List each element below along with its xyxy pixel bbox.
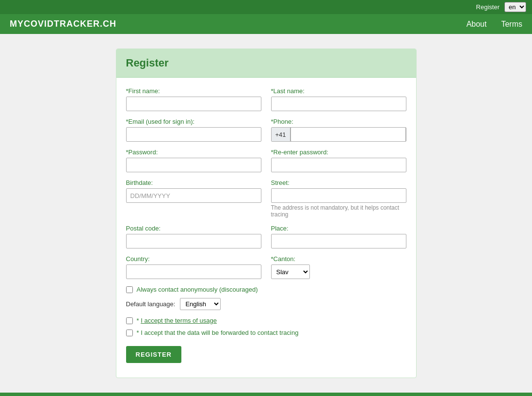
main-content: Register *First name: *Last name: *Email… bbox=[0, 34, 532, 393]
data-forward-label: * I accept that the data will be forward… bbox=[137, 329, 299, 336]
street-label: Street: bbox=[271, 179, 406, 186]
top-register-link[interactable]: Register bbox=[476, 3, 500, 11]
postal-code-group: Postal code: bbox=[126, 225, 261, 248]
birthdate-input[interactable] bbox=[126, 188, 261, 203]
password-row: *Password: *Re-enter password: bbox=[126, 148, 406, 172]
data-forward-checkbox[interactable] bbox=[126, 330, 133, 336]
email-label: *Email (used for sign in): bbox=[126, 118, 261, 125]
place-group: Place: bbox=[271, 225, 406, 248]
email-input[interactable] bbox=[126, 127, 261, 142]
nav-links: About Terms bbox=[467, 20, 522, 29]
top-bar: Register en de fr it bbox=[0, 0, 532, 14]
birthdate-group: Birthdate: bbox=[126, 179, 261, 218]
first-name-input[interactable] bbox=[126, 97, 261, 111]
anonymous-row: Always contact anonymously (discouraged) bbox=[126, 286, 406, 293]
terms-link[interactable]: I accept the terms of usage bbox=[141, 317, 217, 324]
email-phone-row: *Email (used for sign in): *Phone: +41 bbox=[126, 118, 406, 142]
canton-group: *Canton: Slav AG AI AR BE BL BS FR GE GL… bbox=[271, 255, 406, 279]
reenter-password-label: *Re-enter password: bbox=[271, 148, 406, 156]
phone-label: *Phone: bbox=[271, 118, 406, 125]
password-label: *Password: bbox=[126, 148, 261, 156]
password-input[interactable] bbox=[126, 158, 261, 172]
register-card-body: *First name: *Last name: *Email (used fo… bbox=[116, 78, 416, 378]
register-card: Register *First name: *Last name: *Email… bbox=[116, 49, 417, 378]
place-input[interactable] bbox=[271, 234, 406, 248]
canton-select[interactable]: Slav AG AI AR BE BL BS FR GE GL GR JU LU… bbox=[271, 264, 310, 279]
brand-logo: MYCOVIDTRACKER.CH bbox=[10, 19, 116, 29]
anonymous-label: Always contact anonymously (discouraged) bbox=[137, 286, 258, 293]
default-language-label: Default language: bbox=[126, 300, 176, 308]
data-forward-row: * I accept that the data will be forward… bbox=[126, 329, 406, 336]
language-selector-top[interactable]: en de fr it bbox=[504, 2, 526, 12]
last-name-group: *Last name: bbox=[271, 87, 406, 111]
last-name-label: *Last name: bbox=[271, 87, 406, 95]
password-group: *Password: bbox=[126, 148, 261, 172]
terms-checkbox[interactable] bbox=[126, 317, 133, 324]
phone-prefix: +41 bbox=[272, 128, 290, 141]
first-name-group: *First name: bbox=[126, 87, 261, 111]
country-canton-row: Country: *Canton: Slav AG AI AR BE BL BS… bbox=[126, 255, 406, 279]
postal-code-input[interactable] bbox=[126, 234, 261, 248]
nav-bar: MYCOVIDTRACKER.CH About Terms bbox=[0, 14, 532, 34]
place-label: Place: bbox=[271, 225, 406, 232]
postal-place-row: Postal code: Place: bbox=[126, 225, 406, 248]
reenter-password-group: *Re-enter password: bbox=[271, 148, 406, 172]
reenter-password-input[interactable] bbox=[271, 158, 406, 172]
first-name-label: *First name: bbox=[126, 87, 261, 95]
language-row: Default language: English Deutsch França… bbox=[126, 298, 406, 310]
street-input[interactable] bbox=[271, 188, 406, 203]
birthdate-label: Birthdate: bbox=[126, 179, 261, 186]
register-button[interactable]: REGISTER bbox=[126, 346, 181, 363]
name-row: *First name: *Last name: bbox=[126, 87, 406, 111]
phone-input[interactable] bbox=[290, 127, 406, 142]
default-language-select[interactable]: English Deutsch Français Italiano bbox=[180, 298, 221, 310]
country-group: Country: bbox=[126, 255, 261, 279]
postal-code-label: Postal code: bbox=[126, 225, 261, 232]
footer: About | Terms | Impressum | Data protect… bbox=[0, 393, 532, 396]
terms-label: * I accept the terms of usage bbox=[137, 317, 217, 324]
address-hint: The address is not mandatory, but it hel… bbox=[271, 204, 406, 218]
country-input[interactable] bbox=[126, 264, 261, 279]
last-name-input[interactable] bbox=[271, 97, 406, 111]
register-title: Register bbox=[126, 57, 406, 69]
nav-terms-link[interactable]: Terms bbox=[501, 20, 522, 29]
terms-row: * I accept the terms of usage bbox=[126, 317, 406, 324]
birthdate-street-row: Birthdate: Street: The address is not ma… bbox=[126, 179, 406, 218]
phone-wrapper: +41 bbox=[271, 127, 406, 142]
street-group: Street: The address is not mandatory, bu… bbox=[271, 179, 406, 218]
anonymous-checkbox[interactable] bbox=[126, 286, 133, 293]
register-card-header: Register bbox=[116, 49, 416, 78]
country-label: Country: bbox=[126, 255, 261, 263]
phone-group: *Phone: +41 bbox=[271, 118, 406, 142]
nav-about-link[interactable]: About bbox=[467, 20, 487, 29]
email-group: *Email (used for sign in): bbox=[126, 118, 261, 142]
canton-label: *Canton: bbox=[271, 255, 406, 263]
